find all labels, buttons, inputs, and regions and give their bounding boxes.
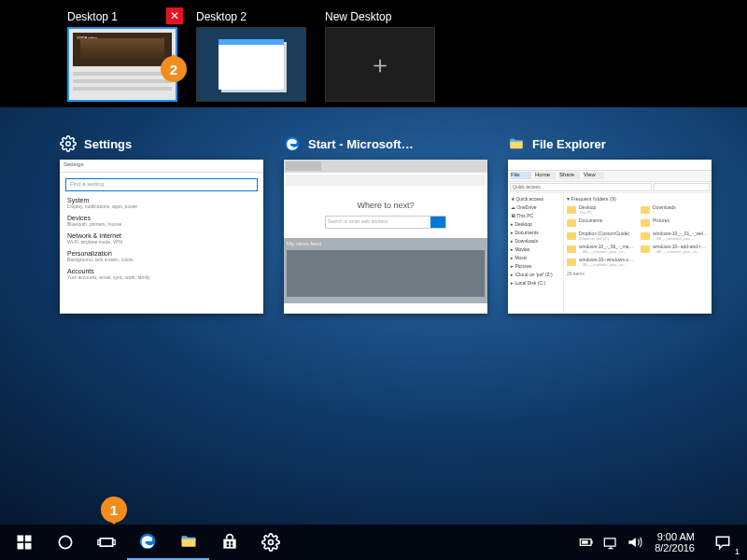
taskbar-app-store[interactable]	[209, 525, 250, 560]
list-item: PersonalizationBackground, lock screen, …	[67, 250, 256, 262]
taskbar: 9:00 AM 8/2/2016 1	[0, 525, 747, 560]
new-desktop-tile[interactable]: New Desktop ＋	[325, 7, 437, 100]
task-tile-edge[interactable]: Start - Microsoft… Where to next? Search…	[284, 135, 487, 314]
tray-volume[interactable]	[623, 525, 647, 560]
svg-rect-18	[582, 540, 588, 543]
close-desktop-button[interactable]: ✕	[166, 7, 183, 24]
action-center-icon	[713, 533, 732, 552]
clock-time: 9:00 AM	[655, 531, 695, 542]
svg-rect-17	[591, 540, 593, 543]
virtual-desktop-strip: Desktop 1 ✕ YODA video 2 Desktop 2 New D…	[0, 0, 747, 107]
desktop-label: Desktop 2	[196, 10, 247, 23]
edge-start-heading: Where to next?	[284, 188, 487, 216]
task-thumbnail[interactable]: File Home Share View Quick access ★ Quic…	[508, 160, 712, 314]
desktop-label: New Desktop	[325, 10, 391, 23]
list-item: Network & InternetWi-Fi, airplane mode, …	[67, 232, 256, 245]
svg-rect-12	[231, 541, 233, 544]
task-title: Start - Microsoft…	[308, 137, 414, 151]
settings-search: Find a setting	[65, 178, 258, 191]
tray-network[interactable]	[599, 525, 623, 560]
task-title: File Explorer	[532, 137, 606, 151]
edge-icon	[284, 135, 301, 152]
action-center-button[interactable]: 1	[702, 525, 743, 560]
svg-rect-4	[18, 543, 24, 550]
svg-point-0	[66, 142, 71, 147]
folder-icon	[508, 135, 525, 152]
svg-rect-9	[113, 540, 116, 545]
cortana

icon	[56, 533, 75, 552]
svg-rect-7	[100, 539, 112, 546]
list-item: SystemDisplay, notifications, apps, powe…	[67, 197, 256, 209]
volume-icon	[626, 533, 644, 552]
task-view-icon	[97, 533, 116, 552]
desktop-tile-2[interactable]: Desktop 2	[196, 7, 308, 100]
cortana-button[interactable]	[45, 525, 86, 560]
svg-rect-2	[18, 536, 24, 542]
task-title: Settings	[84, 137, 132, 151]
new-desktop-button[interactable]: ＋	[325, 27, 435, 102]
task-thumbnail[interactable]: Settings Find a setting SystemDisplay, n…	[60, 160, 263, 314]
desktop-thumbnail[interactable]	[196, 27, 306, 102]
edge-search: Search or enter web address	[325, 216, 446, 229]
taskbar-app-settings[interactable]	[250, 525, 291, 560]
task-tile-explorer[interactable]: File Explorer File Home Share View Quick…	[508, 135, 712, 314]
windows-icon	[15, 533, 34, 552]
svg-point-15	[269, 540, 274, 545]
taskbar-clock[interactable]: 9:00 AM 8/2/2016	[647, 531, 702, 553]
close-icon: ✕	[170, 9, 179, 22]
svg-rect-14	[231, 545, 233, 548]
annotation-callout-1: 1	[101, 497, 127, 523]
taskbar-app-edge[interactable]	[127, 525, 168, 560]
task-view-windows: Settings Settings Find a setting SystemD…	[0, 107, 747, 314]
taskbar-app-explorer[interactable]	[168, 525, 209, 560]
window-titlebar: Settings	[60, 160, 263, 173]
network-icon	[601, 533, 620, 552]
plus-icon: ＋	[368, 49, 392, 81]
action-center-badge: 1	[735, 547, 740, 556]
svg-rect-13	[227, 545, 230, 548]
start-button[interactable]	[4, 525, 45, 560]
task-thumbnail[interactable]: Where to next? Search or enter web addre…	[284, 160, 487, 314]
battery-icon	[577, 533, 596, 552]
folder-icon	[179, 532, 198, 551]
task-view-button[interactable]	[86, 525, 127, 560]
clock-date: 8/2/2016	[655, 542, 695, 553]
desktop-tile-1[interactable]: Desktop 1 ✕ YODA video 2	[67, 7, 179, 100]
svg-rect-11	[227, 541, 230, 544]
svg-rect-8	[98, 540, 101, 545]
svg-rect-3	[25, 536, 32, 542]
gear-icon	[60, 135, 77, 152]
edge-icon	[138, 532, 157, 551]
list-item: AccountsYour accounts, email, sync, work…	[67, 268, 256, 280]
svg-point-6	[59, 536, 71, 548]
desktop-label: Desktop 1	[67, 10, 118, 23]
list-item: DevicesBluetooth, printers, mouse	[67, 215, 256, 227]
task-tile-settings[interactable]: Settings Settings Find a setting SystemD…	[60, 135, 263, 314]
svg-rect-19	[605, 539, 616, 546]
tray-battery[interactable]	[574, 525, 599, 560]
svg-rect-5	[25, 543, 32, 550]
gear-icon	[261, 533, 280, 552]
store-icon	[220, 533, 239, 552]
annotation-callout-2: 2	[161, 56, 187, 82]
